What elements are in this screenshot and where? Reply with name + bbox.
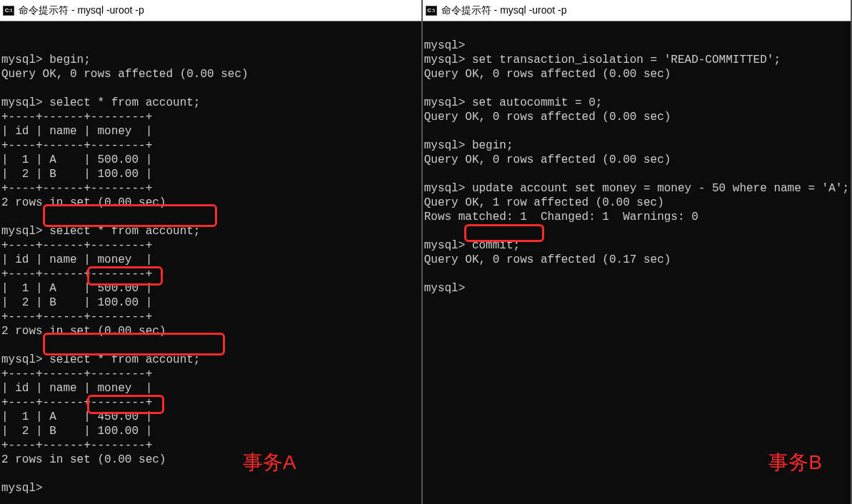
label-transaction-b: 事务B [768, 455, 822, 470]
terminal-line: mysql> set transaction_isolation = 'READ… [424, 54, 781, 66]
terminal-line: | 2 | B | 100.00 | [1, 168, 152, 181]
terminal-line: +----+------+--------+ [1, 268, 152, 281]
terminal-line: | id | name | money | [1, 382, 152, 395]
terminal-line: | 2 | B | 100.00 | [1, 296, 152, 309]
terminal-line: +----+------+--------+ [1, 111, 152, 124]
terminal-line: Query OK, 0 rows affected (0.00 sec) [1, 68, 249, 81]
terminal-line: mysql> update account set money = money … [424, 182, 849, 195]
terminal-line: mysql> begin; [424, 139, 513, 152]
terminal-line: Query OK, 1 row affected (0.00 sec) [424, 196, 664, 209]
terminal-line: +----+------+--------+ [1, 311, 152, 323]
terminal-line: +----+------+--------+ [1, 439, 152, 452]
terminal-line: +----+------+--------+ [1, 368, 152, 380]
terminal-line: | id | name | money | [1, 253, 152, 266]
cmd-icon: C:\ [426, 6, 437, 16]
terminal-line: mysql> begin; [1, 54, 91, 66]
right-pane: C:\ 命令提示符 - mysql -uroot -p mysql> mysql… [423, 0, 852, 504]
terminal-line: Rows matched: 1 Changed: 1 Warnings: 0 [424, 211, 698, 223]
terminal-line: Query OK, 0 rows affected (0.00 sec) [424, 111, 671, 124]
terminal-line: | 1 | A | 500.00 | [1, 282, 152, 295]
terminal-line: | id | name | money | [1, 125, 152, 138]
terminal-line: 2 rows in set (0.00 sec) [1, 196, 166, 209]
right-terminal[interactable]: mysql> mysql> set transaction_isolation … [423, 21, 851, 504]
terminal-line: mysql> set autocommit = 0; [424, 96, 603, 109]
left-terminal[interactable]: mysql> begin; Query OK, 0 rows affected … [0, 21, 421, 504]
left-pane: C:\ 命令提示符 - mysql -uroot -p mysql> begin… [0, 0, 423, 504]
left-title-bar[interactable]: C:\ 命令提示符 - mysql -uroot -p [0, 0, 421, 21]
terminal-line: mysql> select * from account; [1, 225, 200, 238]
right-title-bar[interactable]: C:\ 命令提示符 - mysql -uroot -p [423, 0, 851, 21]
terminal-line: mysql> commit; [424, 239, 520, 252]
terminal-line: +----+------+--------+ [1, 396, 152, 409]
terminal-line: +----+------+--------+ [1, 139, 152, 152]
terminal-line: mysql> [1, 482, 49, 495]
left-window-title: 命令提示符 - mysql -uroot -p [19, 4, 144, 17]
terminal-line: +----+------+--------+ [1, 182, 152, 195]
terminal-line: mysql> select * from account; [1, 353, 200, 366]
terminal-line: 2 rows in set (0.00 sec) [1, 453, 166, 466]
terminal-line: +----+------+--------+ [1, 239, 152, 252]
terminal-line: Query OK, 0 rows affected (0.00 sec) [424, 153, 671, 166]
terminal-line: | 1 | A | 450.00 | [1, 410, 152, 423]
terminal-line: | 1 | A | 500.00 | [1, 153, 152, 166]
terminal-line: mysql> [424, 282, 466, 295]
terminal-line: | 2 | B | 100.00 | [1, 425, 152, 438]
terminal-line: Query OK, 0 rows affected (0.17 sec) [424, 253, 671, 266]
right-window-title: 命令提示符 - mysql -uroot -p [441, 4, 567, 17]
cmd-icon: C:\ [3, 6, 14, 16]
label-transaction-a: 事务A [243, 455, 296, 470]
terminal-line: mysql> select * from account; [1, 96, 200, 109]
terminal-line: 2 rows in set (0.00 sec) [1, 325, 166, 338]
terminal-line: mysql> [424, 39, 466, 52]
terminal-line: Query OK, 0 rows affected (0.00 sec) [424, 68, 671, 81]
